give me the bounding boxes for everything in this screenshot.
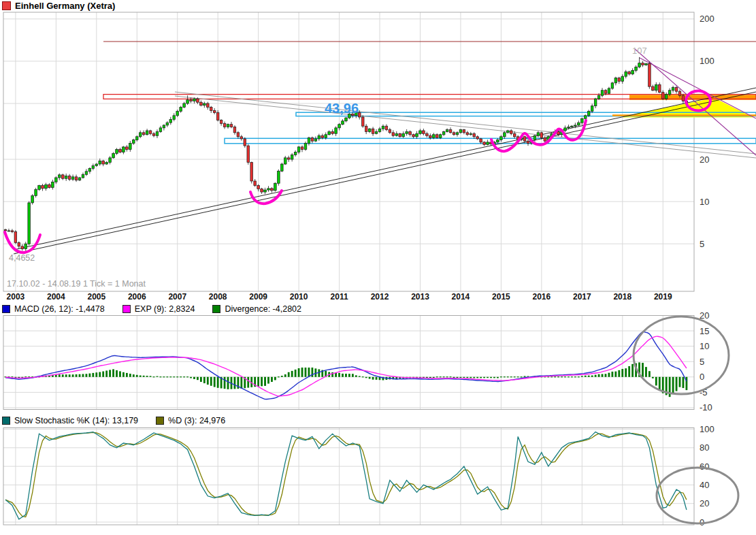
candle-down bbox=[392, 133, 395, 135]
candle-up bbox=[537, 133, 540, 135]
candle-up bbox=[180, 108, 182, 112]
candle-up bbox=[621, 76, 624, 81]
candle-down bbox=[544, 137, 546, 141]
stoch-d-swatch-icon bbox=[156, 417, 164, 425]
candle-up bbox=[38, 186, 41, 190]
candle-up bbox=[203, 103, 206, 106]
stoch-k-legend-label: Slow Stochastic %K (14): 13,179 bbox=[14, 416, 138, 425]
macd-line bbox=[5, 332, 687, 400]
gray-channel-2[interactable] bbox=[175, 96, 756, 158]
candle-up bbox=[88, 169, 91, 172]
gray-ellipse-stoch[interactable] bbox=[657, 468, 738, 523]
exp-line bbox=[5, 336, 687, 396]
candle-down bbox=[42, 186, 44, 189]
y-axis-label: 15 bbox=[700, 326, 709, 336]
x-axis-year-label: 2011 bbox=[331, 292, 348, 302]
candle-up bbox=[533, 135, 536, 140]
candle-down bbox=[658, 84, 661, 92]
candle-up bbox=[614, 78, 617, 83]
x-axis-year-label: 2010 bbox=[290, 292, 308, 302]
candle-up bbox=[71, 177, 74, 180]
candle-up bbox=[597, 95, 600, 99]
candle-down bbox=[75, 177, 78, 180]
candle-down bbox=[331, 131, 334, 133]
candle-up bbox=[169, 119, 172, 123]
candle-up bbox=[487, 142, 489, 144]
candle-down bbox=[11, 231, 14, 231]
x-axis-year-label: 2003 bbox=[7, 292, 25, 302]
candle-up bbox=[24, 244, 27, 248]
candle-up bbox=[274, 183, 277, 191]
candle-down bbox=[223, 123, 226, 127]
macd-lines bbox=[5, 332, 687, 400]
x-axis-year-label: 2013 bbox=[411, 292, 429, 302]
candle-down bbox=[230, 125, 233, 127]
candle-up bbox=[264, 190, 267, 192]
legend-item-stoch-k[interactable]: Slow Stochastic %K (14): 13,179 bbox=[2, 416, 138, 425]
candle-up bbox=[446, 130, 448, 132]
candle-up bbox=[395, 133, 398, 135]
candle-down bbox=[628, 72, 631, 74]
candle-up bbox=[608, 88, 610, 93]
stoch-k-line bbox=[5, 432, 687, 519]
gray-ellipse-macd[interactable] bbox=[634, 317, 729, 394]
candle-down bbox=[257, 186, 260, 189]
candle-up bbox=[166, 123, 169, 125]
candle-down bbox=[216, 113, 219, 120]
y-axis-label: 40 bbox=[700, 480, 709, 490]
candle-up bbox=[85, 172, 88, 174]
candle-up bbox=[416, 133, 418, 137]
legend-item-exp[interactable]: EXP (9): 2,8324 bbox=[122, 304, 195, 314]
candle-up bbox=[439, 135, 442, 138]
candle-down bbox=[254, 181, 257, 186]
candle-up bbox=[156, 131, 159, 135]
candle-up bbox=[95, 164, 98, 165]
candle-up bbox=[163, 125, 165, 128]
candle-down bbox=[661, 93, 664, 99]
candle-up bbox=[345, 118, 348, 121]
candle-up bbox=[584, 116, 587, 118]
candle-down bbox=[233, 127, 236, 133]
candle-up bbox=[135, 137, 138, 140]
candle-down bbox=[271, 189, 274, 191]
candle-down bbox=[682, 95, 685, 101]
candle-down bbox=[287, 158, 290, 159]
legend-item-macd[interactable]: MACD (26, 12): -1,4478 bbox=[2, 304, 105, 314]
candle-up bbox=[500, 137, 503, 140]
candle-up bbox=[668, 91, 671, 95]
stoch-d-legend-label: %D (3): 24,976 bbox=[168, 416, 225, 425]
x-axis-year-label: 2004 bbox=[47, 292, 65, 302]
candle-up bbox=[314, 139, 317, 141]
gray-channel-1[interactable] bbox=[175, 92, 756, 154]
y-axis-label: 5 bbox=[700, 239, 704, 249]
candle-down bbox=[557, 131, 560, 134]
candle-down bbox=[652, 86, 655, 91]
x-axis-year-label: 2017 bbox=[573, 292, 591, 302]
legend-item-stoch-d[interactable]: %D (3): 24,976 bbox=[156, 416, 225, 425]
candle-up bbox=[631, 70, 634, 74]
series-icon bbox=[2, 1, 11, 10]
x-axis-year-label: 2009 bbox=[249, 292, 267, 302]
candle-down bbox=[361, 117, 364, 126]
candle-down bbox=[210, 108, 212, 111]
candle-up bbox=[122, 147, 125, 152]
main-price-grid-y-axis-labels: 2001005020105 bbox=[700, 14, 714, 248]
candle-down bbox=[250, 163, 253, 181]
candle-down bbox=[412, 135, 415, 137]
stochastic-legend: Slow Stochastic %K (14): 13,179 %D (3): … bbox=[2, 416, 225, 425]
candle-up bbox=[655, 84, 658, 90]
legend-item-divergence[interactable]: Divergence: -4,2802 bbox=[212, 304, 301, 314]
candles-layer bbox=[4, 57, 688, 250]
candle-up bbox=[335, 128, 338, 133]
stochastic-grid-y-axis-labels: 100806040200 bbox=[700, 424, 714, 528]
main-price-grid bbox=[3, 12, 694, 291]
candle-up bbox=[406, 131, 408, 133]
y-axis-label: 100 bbox=[700, 424, 714, 434]
candle-down bbox=[435, 135, 438, 138]
candle-up bbox=[291, 155, 293, 159]
y-axis-label: 0 bbox=[700, 372, 704, 382]
candle-up bbox=[92, 165, 95, 168]
candle-up bbox=[58, 175, 61, 178]
candle-up bbox=[382, 126, 384, 129]
candle-down bbox=[372, 129, 374, 133]
